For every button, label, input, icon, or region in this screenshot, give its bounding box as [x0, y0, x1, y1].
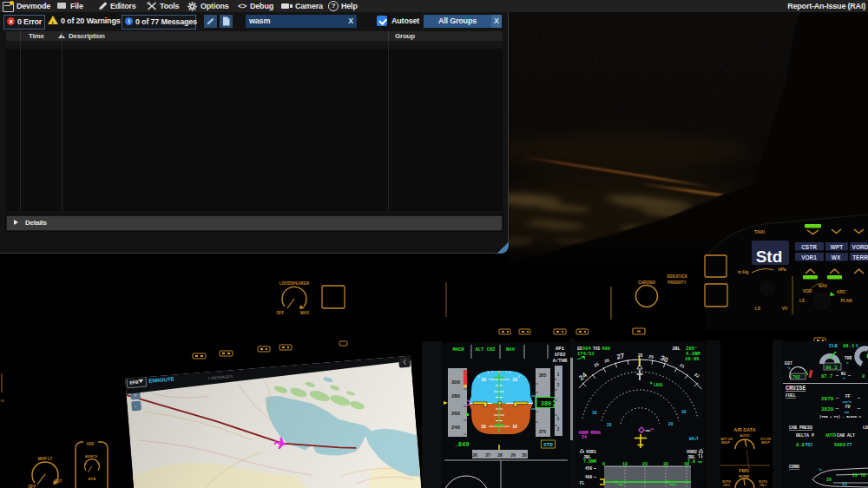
svg-text:AUTO: AUTO [825, 433, 836, 439]
svg-text:26: 26 [472, 452, 477, 458]
svg-text:CAB ALT: CAB ALT [837, 433, 855, 439]
svg-text:AVNCS: AVNCS [85, 454, 98, 458]
svg-text:450: 450 [585, 466, 592, 471]
svg-text:10: 10 [481, 377, 486, 382]
svg-text:20: 20 [668, 422, 674, 426]
svg-text:THR: THR [845, 356, 852, 360]
svg-text:BRT: BRT [54, 479, 62, 484]
svg-text:VORD: VORD [852, 244, 868, 250]
svg-text:WPT: WPT [831, 244, 843, 250]
svg-text:18: 18 [650, 427, 654, 431]
svg-text:OFF: OFF [29, 485, 36, 488]
svg-text:28: 28 [497, 452, 503, 458]
svg-text:20 TO: 20 TO [852, 473, 865, 478]
svg-text:400: 400 [585, 475, 592, 479]
svg-text:90.3: 90.3 [825, 365, 838, 371]
svg-text:FUEL: FUEL [786, 393, 796, 399]
svg-text:20: 20 [826, 478, 832, 483]
svg-text:EFB: EFB [89, 477, 95, 481]
svg-text:CAB PRESS: CAB PRESS [789, 425, 812, 431]
svg-text:LS: LS [755, 306, 761, 311]
svg-text:CLB: CLB [829, 343, 838, 349]
svg-text:°C: °C [786, 366, 791, 370]
svg-text:MAX: MAX [300, 311, 309, 315]
svg-text:30: 30 [522, 452, 527, 458]
svg-text:N1: N1 [841, 372, 846, 376]
svg-text:TAXI: TAXI [754, 229, 766, 234]
svg-text:16:05: 16:05 [685, 356, 700, 362]
svg-text:LS: LS [799, 299, 806, 303]
svg-text:7.8NM: 7.8NM [583, 459, 596, 465]
svg-text:°C: °C [818, 468, 822, 472]
svg-text:VOR: VOR [803, 289, 812, 293]
svg-text:CHRONO: CHRONO [638, 280, 655, 285]
svg-text:SIDESTICK: SIDESTICK [667, 274, 688, 279]
svg-text:PLAN: PLAN [840, 299, 852, 303]
svg-text:174/11: 174/11 [577, 351, 595, 357]
svg-text:ARC: ARC [837, 290, 846, 294]
svg-text:LHA1: LHA1 [669, 483, 677, 486]
svg-text:LOUDSPEAKER: LOUDSPEAKER [279, 281, 310, 286]
svg-text:MAP LT: MAP LT [38, 457, 53, 461]
svg-text:NAV: NAV [506, 346, 516, 353]
svg-text:DELTA P: DELTA P [796, 433, 814, 439]
svg-text:24: 24 [582, 435, 587, 439]
svg-text:NORM: NORM [739, 474, 750, 478]
svg-text:FL: FL [580, 481, 585, 485]
svg-text:ON 1: ON 1 [760, 484, 766, 487]
svg-text:LHA1: LHA1 [654, 383, 663, 387]
svg-text:1FD2: 1FD2 [554, 352, 565, 358]
svg-text:260: 260 [451, 411, 461, 416]
svg-text:KG/H: KG/H [843, 400, 852, 404]
svg-text:AIR DATA: AIR DATA [733, 427, 755, 432]
svg-text:Std: Std [756, 247, 783, 266]
svg-text:3820: 3820 [821, 406, 834, 412]
svg-text:A/THR: A/THR [553, 358, 568, 364]
svg-text:30: 30 [681, 410, 687, 414]
svg-text:MACH: MACH [452, 346, 464, 353]
svg-text:CRUISE: CRUISE [786, 386, 806, 392]
svg-text:10: 10 [481, 424, 486, 429]
svg-text:OIS: OIS [87, 442, 95, 446]
svg-text:WX+T: WX+T [689, 437, 699, 441]
svg-text:(FOB + FU) - BLOCK =: (FOB + FU) - BLOCK = [819, 415, 862, 419]
svg-text:PRIORITY: PRIORITY [667, 280, 686, 285]
svg-text:380: 380 [541, 400, 552, 407]
svg-text:11: 11 [842, 482, 847, 487]
svg-text:20: 20 [607, 423, 612, 427]
svg-text:280: 280 [451, 393, 461, 399]
svg-text:COND: COND [789, 465, 799, 470]
svg-text:EFB: EFB [129, 379, 139, 386]
svg-text:10: 10 [512, 377, 517, 382]
svg-text:300: 300 [451, 379, 461, 385]
svg-text:JBL: JBL [618, 483, 623, 486]
svg-text:762: 762 [792, 375, 800, 380]
svg-text:KG: KG [845, 411, 849, 414]
svg-text:98.1: 98.1 [843, 343, 855, 349]
svg-text:NM: NM [698, 460, 702, 464]
svg-text:FMS: FMS [739, 468, 749, 473]
svg-text:ON 2: ON 2 [723, 484, 730, 487]
svg-text:BKUP: BKUP [761, 441, 770, 445]
svg-text:WX: WX [832, 254, 841, 260]
svg-text:499: 499 [602, 346, 610, 352]
svg-text:%: % [856, 344, 858, 348]
svg-text:hPa: hPa [778, 267, 786, 272]
svg-text:29: 29 [510, 452, 516, 458]
svg-text:PSI: PSI [806, 443, 812, 447]
svg-text:OFF: OFF [277, 311, 285, 315]
svg-text:NAV: NAV [819, 284, 828, 288]
svg-text:28: 28 [638, 353, 643, 358]
svg-text:AUTO: AUTO [740, 433, 749, 438]
svg-text:VV: VV [782, 306, 788, 311]
svg-text:2870: 2870 [821, 396, 834, 402]
svg-text:JBL: JBL [672, 346, 681, 352]
svg-text:87.7: 87.7 [821, 373, 832, 379]
svg-text:VOR1: VOR1 [801, 254, 817, 260]
svg-text:5960: 5960 [834, 442, 845, 448]
svg-text:BKUP: BKUP [721, 441, 730, 445]
svg-text:375: 375 [539, 429, 547, 434]
svg-text:CSTR: CSTR [801, 244, 817, 250]
svg-text:.849: .849 [455, 441, 470, 448]
svg-text:FT: FT [847, 443, 852, 447]
